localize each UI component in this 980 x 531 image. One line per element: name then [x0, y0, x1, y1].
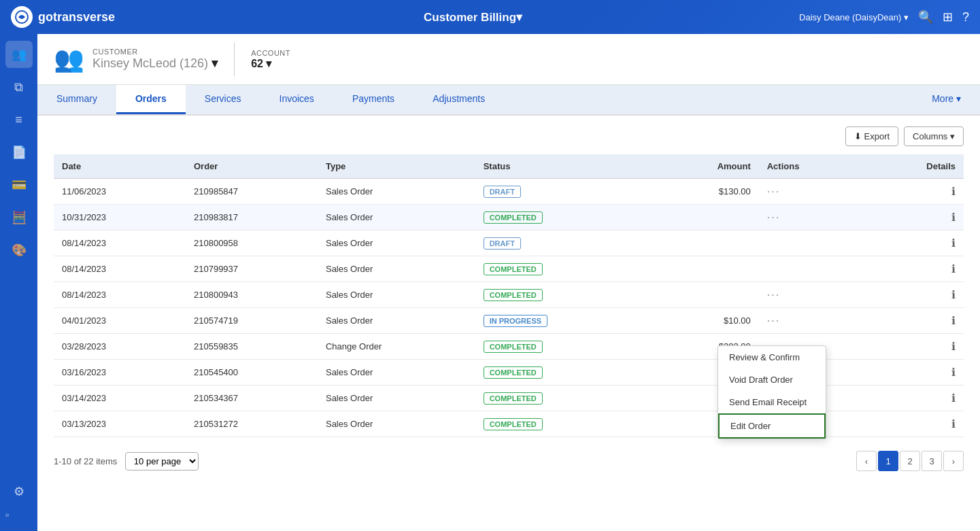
actions-menu-trigger[interactable]: ··· — [767, 315, 780, 326]
col-details: Details — [865, 154, 964, 179]
cell-actions[interactable] — [759, 230, 865, 256]
cell-actions[interactable]: ··· — [759, 205, 865, 230]
customer-name[interactable]: Kinsey McLeod (126) ▾ — [92, 56, 218, 71]
sidebar-item-copy[interactable]: ⧉ — [5, 73, 33, 101]
sidebar: 👥 ⧉ ≡ 📄 💳 🧮 🎨 ⚙ » — [0, 34, 37, 531]
cell-details[interactable]: ℹ — [865, 360, 964, 386]
context-menu-item-review[interactable]: Review & Confirm — [718, 346, 826, 369]
logo-text: gotransverse — [38, 10, 115, 24]
info-icon[interactable]: ℹ — [951, 366, 956, 378]
info-icon[interactable]: ℹ — [951, 315, 956, 326]
cell-type: Sales Order — [318, 179, 475, 205]
help-icon[interactable]: ? — [962, 10, 969, 24]
sidebar-item-people[interactable]: 👥 — [5, 41, 33, 68]
tab-orders[interactable]: Orders — [116, 85, 186, 114]
status-badge: COMPLETED — [484, 341, 543, 353]
sidebar-item-list[interactable]: ≡ — [5, 106, 33, 133]
sidebar-item-file[interactable]: 📄 — [5, 139, 33, 166]
context-menu-item-edit[interactable]: Edit Order — [718, 413, 826, 439]
cell-details[interactable]: ℹ — [865, 308, 964, 334]
actions-menu-trigger[interactable]: ··· — [767, 186, 780, 197]
cell-status: IN PROGRESS — [475, 308, 651, 334]
tab-more[interactable]: More ▾ — [913, 85, 980, 114]
content-area: 👥 CUSTOMER Kinsey McLeod (126) ▾ ACCOUNT… — [37, 34, 980, 531]
pagination-info: 1-10 of 22 items — [54, 456, 117, 466]
info-icon[interactable]: ℹ — [951, 341, 956, 352]
cell-details[interactable]: ℹ — [865, 282, 964, 308]
cell-actions[interactable]: ··· — [759, 308, 865, 334]
cell-details[interactable]: ℹ — [865, 256, 964, 282]
sidebar-item-calc[interactable]: 🧮 — [5, 204, 33, 231]
page-3-button[interactable]: 3 — [922, 451, 942, 471]
tab-summary[interactable]: Summary — [37, 85, 116, 114]
cell-details[interactable]: ℹ — [865, 205, 964, 230]
status-badge: COMPLETED — [484, 418, 543, 430]
sidebar-item-settings[interactable]: ⚙ — [5, 478, 33, 505]
page-1-button[interactable]: 1 — [878, 451, 898, 471]
cell-status: DRAFT — [475, 230, 651, 256]
tab-invoices[interactable]: Invoices — [260, 85, 333, 114]
customer-details: CUSTOMER Kinsey McLeod (126) ▾ — [92, 48, 218, 71]
cell-date: 11/06/2023 — [54, 179, 186, 205]
cell-status: COMPLETED — [475, 256, 651, 282]
orders-table: Date Order Type Status Amount Actions De… — [54, 154, 964, 437]
actions-menu-trigger[interactable]: ··· — [767, 211, 780, 223]
cell-order: 210531272 — [186, 411, 318, 437]
cell-date: 03/14/2023 — [54, 386, 186, 411]
cell-status: COMPLETED — [475, 334, 651, 360]
page-next-button[interactable]: › — [943, 451, 964, 471]
table-row: 03/28/2023 210559835 Change Order COMPLE… — [54, 334, 964, 360]
cell-actions[interactable] — [759, 256, 865, 282]
user-menu[interactable]: Daisy Deane (DaisyDean) ▾ — [799, 12, 909, 22]
nav-right: Daisy Deane (DaisyDean) ▾ 🔍 ⊞ ? — [799, 10, 969, 24]
info-icon[interactable]: ℹ — [951, 418, 956, 430]
context-menu-item-void[interactable]: Void Draft Order — [718, 369, 826, 391]
pagination-info-area: 1-10 of 22 items 10 per page 25 per page… — [54, 452, 199, 470]
info-icon[interactable]: ℹ — [951, 186, 956, 197]
table-row: 08/14/2023 210800943 Sales Order COMPLET… — [54, 282, 964, 308]
per-page-select[interactable]: 10 per page 25 per page 50 per page — [125, 452, 199, 470]
cell-date: 08/14/2023 — [54, 256, 186, 282]
info-icon[interactable]: ℹ — [951, 263, 956, 275]
cell-amount: $130.00 — [651, 179, 759, 205]
top-nav: gotransverse Customer Billing▾ Daisy Dea… — [0, 0, 980, 34]
info-icon[interactable]: ℹ — [951, 211, 956, 223]
sidebar-item-palette[interactable]: 🎨 — [5, 237, 33, 264]
tab-services[interactable]: Services — [186, 85, 260, 114]
info-icon[interactable]: ℹ — [951, 392, 956, 404]
cell-order: 210800958 — [186, 230, 318, 256]
cell-details[interactable]: ℹ — [865, 179, 964, 205]
table-row: 08/14/2023 210800958 Sales Order DRAFT ℹ — [54, 230, 964, 256]
main-layout: 👥 ⧉ ≡ 📄 💳 🧮 🎨 ⚙ » 👥 CUSTOMER Kinsey McLe… — [0, 34, 980, 531]
page-2-button[interactable]: 2 — [900, 451, 920, 471]
table-row: 03/13/2023 210531272 Sales Order COMPLET… — [54, 411, 964, 437]
sidebar-item-card[interactable]: 💳 — [5, 171, 33, 199]
cell-details[interactable]: ℹ — [865, 230, 964, 256]
sidebar-expand-button[interactable]: » — [5, 505, 33, 524]
cell-date: 03/13/2023 — [54, 411, 186, 437]
actions-menu-trigger[interactable]: ··· — [767, 289, 780, 301]
cell-details[interactable]: ℹ — [865, 334, 964, 360]
info-icon[interactable]: ℹ — [951, 237, 956, 249]
account-number[interactable]: 62 ▾ — [251, 57, 290, 70]
cell-actions[interactable]: ··· — [759, 179, 865, 205]
nav-title[interactable]: Customer Billing▾ — [147, 10, 799, 24]
search-icon[interactable]: 🔍 — [918, 10, 933, 24]
tab-adjustments[interactable]: Adjustments — [413, 85, 504, 114]
cell-order: 210983817 — [186, 205, 318, 230]
page-prev-button[interactable]: ‹ — [856, 451, 877, 471]
table-row: 08/14/2023 210799937 Sales Order COMPLET… — [54, 256, 964, 282]
cell-details[interactable]: ℹ — [865, 386, 964, 411]
account-info: ACCOUNT 62 ▾ — [251, 49, 290, 70]
pagination-area: 1-10 of 22 items 10 per page 25 per page… — [54, 443, 964, 479]
export-button[interactable]: ⬇ Export — [845, 126, 898, 146]
apps-icon[interactable]: ⊞ — [943, 10, 953, 24]
context-menu-item-email[interactable]: Send Email Receipt — [718, 391, 826, 413]
tab-payments[interactable]: Payments — [333, 85, 413, 114]
customer-info: 👥 CUSTOMER Kinsey McLeod (126) ▾ — [54, 45, 218, 73]
status-badge: COMPLETED — [484, 289, 543, 301]
cell-details[interactable]: ℹ — [865, 411, 964, 437]
cell-actions[interactable]: ··· — [759, 282, 865, 308]
info-icon[interactable]: ℹ — [951, 289, 956, 301]
columns-button[interactable]: Columns ▾ — [904, 126, 964, 146]
